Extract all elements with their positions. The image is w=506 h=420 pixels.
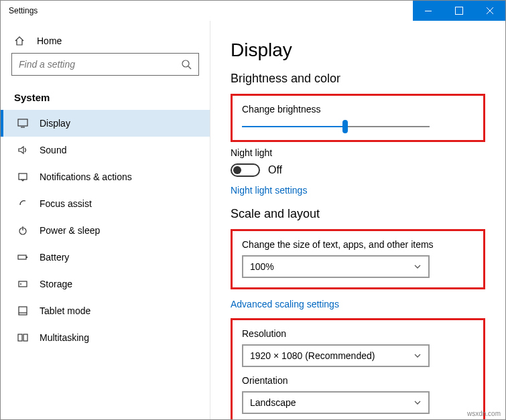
orientation-dropdown[interactable]: Landscape xyxy=(242,391,430,414)
svg-rect-4 xyxy=(18,119,27,126)
svg-rect-10 xyxy=(26,257,27,258)
svg-point-2 xyxy=(182,60,189,67)
night-light-label: Night light xyxy=(231,147,485,158)
sidebar-item-label: Power & sleep xyxy=(40,225,100,236)
brightness-label: Change brightness xyxy=(242,104,474,115)
chevron-down-icon xyxy=(414,263,422,271)
sidebar-item-label: Sound xyxy=(40,145,66,155)
sidebar-item-label: Storage xyxy=(40,279,72,289)
advanced-scaling-link[interactable]: Advanced scaling settings xyxy=(231,299,339,309)
brightness-highlight: Change brightness xyxy=(231,94,485,142)
scale-highlight: Change the size of text, apps, and other… xyxy=(231,229,485,289)
sidebar-item-focus-assist[interactable]: Focus assist xyxy=(1,190,210,217)
sidebar-item-notifications[interactable]: Notifications & actions xyxy=(1,163,210,190)
category-label: System xyxy=(1,85,210,110)
multitasking-icon xyxy=(17,332,29,343)
content-pane: Display Brightness and color Change brig… xyxy=(210,21,505,419)
focus-assist-icon xyxy=(17,198,29,209)
home-nav[interactable]: Home xyxy=(1,29,210,53)
power-icon xyxy=(17,225,29,236)
titlebar: Settings xyxy=(1,1,505,21)
resolution-value: 1920 × 1080 (Recommended) xyxy=(250,350,375,361)
window-title: Settings xyxy=(1,6,413,15)
watermark: wsxdn.com xyxy=(467,410,501,417)
night-light-toggle[interactable] xyxy=(231,163,260,177)
resolution-orientation-highlight: Resolution 1920 × 1080 (Recommended) Ori… xyxy=(231,318,485,419)
sidebar-item-multitasking[interactable]: Multitasking xyxy=(1,324,210,351)
night-light-state: Off xyxy=(268,164,282,176)
close-button[interactable] xyxy=(475,1,505,21)
search-input[interactable] xyxy=(19,59,181,70)
sidebar-item-label: Focus assist xyxy=(40,198,92,209)
svg-rect-16 xyxy=(23,334,27,341)
sidebar-item-storage[interactable]: Storage xyxy=(1,271,210,297)
sound-icon xyxy=(17,145,29,155)
sidebar-item-label: Notifications & actions xyxy=(40,171,132,182)
orientation-label: Orientation xyxy=(242,375,474,386)
section-brightness-color: Brightness and color xyxy=(231,72,485,86)
sidebar-item-label: Tablet mode xyxy=(40,305,90,316)
svg-rect-6 xyxy=(19,173,27,180)
minimize-button[interactable] xyxy=(413,1,444,21)
night-light-settings-link[interactable]: Night light settings xyxy=(231,185,307,196)
svg-rect-11 xyxy=(19,281,27,287)
slider-thumb[interactable] xyxy=(342,120,348,133)
battery-icon xyxy=(17,252,29,263)
resolution-label: Resolution xyxy=(242,328,474,339)
search-input-wrap[interactable] xyxy=(11,53,199,76)
home-icon xyxy=(14,36,26,46)
sidebar-item-sound[interactable]: Sound xyxy=(1,137,210,163)
sidebar-item-tablet-mode[interactable]: Tablet mode xyxy=(1,297,210,324)
search-icon xyxy=(181,59,192,70)
svg-rect-15 xyxy=(18,334,22,341)
sidebar-item-battery[interactable]: Battery xyxy=(1,244,210,271)
orientation-value: Landscape xyxy=(250,397,296,408)
page-title: Display xyxy=(231,40,485,61)
notifications-icon xyxy=(17,171,29,182)
sidebar-item-label: Display xyxy=(40,118,70,129)
svg-rect-13 xyxy=(19,307,27,315)
sidebar-item-display[interactable]: Display xyxy=(1,110,210,137)
chevron-down-icon xyxy=(414,352,422,360)
svg-point-12 xyxy=(20,283,21,285)
scale-dropdown[interactable]: 100% xyxy=(242,255,430,278)
sidebar-item-label: Multitasking xyxy=(40,332,89,343)
svg-rect-9 xyxy=(18,255,26,259)
storage-icon xyxy=(17,279,29,289)
sidebar-item-label: Battery xyxy=(40,252,69,263)
resolution-dropdown[interactable]: 1920 × 1080 (Recommended) xyxy=(242,344,430,367)
sidebar-item-power-sleep[interactable]: Power & sleep xyxy=(1,217,210,244)
display-icon xyxy=(17,118,29,129)
svg-line-3 xyxy=(188,66,191,69)
section-scale-layout: Scale and layout xyxy=(231,207,485,221)
brightness-slider[interactable] xyxy=(242,123,430,131)
maximize-button[interactable] xyxy=(444,1,475,21)
scale-label: Change the size of text, apps, and other… xyxy=(242,239,474,250)
sidebar: Home System Display Sound xyxy=(1,21,210,419)
scale-value: 100% xyxy=(250,261,274,272)
chevron-down-icon xyxy=(414,399,422,407)
window-controls xyxy=(413,1,505,21)
home-label: Home xyxy=(37,36,62,46)
tablet-icon xyxy=(17,305,29,316)
